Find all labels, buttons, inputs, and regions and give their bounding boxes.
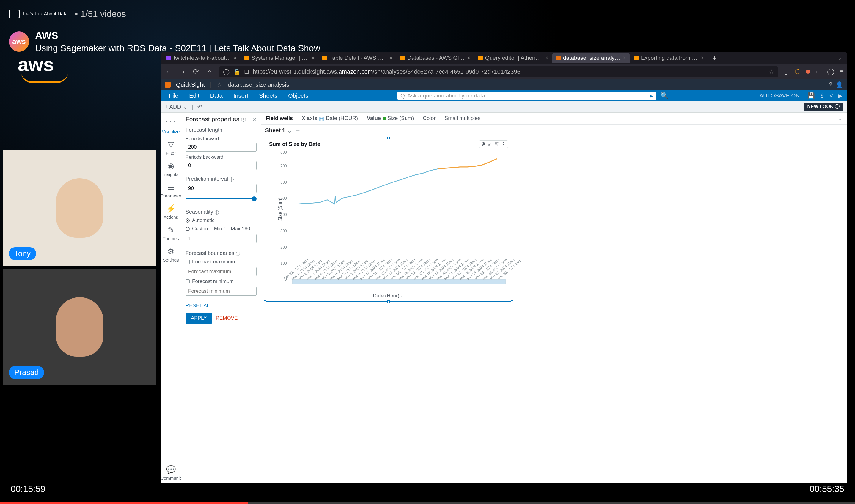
x-axis-label[interactable]: Date (Hour)⌄ [266,293,512,299]
forward-button[interactable]: → [178,68,187,76]
rail-settings[interactable]: ⚙Settings [161,245,181,265]
menu-insert[interactable]: Insert [229,92,253,99]
menu-file[interactable]: File [164,92,183,99]
rail-insights[interactable]: ◉Insights [161,159,181,179]
favorite-star-icon[interactable]: ☆ [217,81,222,88]
video-progress-track[interactable] [0,502,855,504]
downloads-icon[interactable]: ⭳ [783,68,789,75]
export-visual-icon[interactable]: ⇱ [494,141,499,147]
info-icon[interactable]: i [241,117,246,122]
rail-community[interactable]: 💬Community [161,463,181,483]
browser-tab[interactable]: Systems Manager | eu-west-1× [241,53,318,63]
menu-objects[interactable]: Objects [283,92,313,99]
quicksight-brand[interactable]: QuickSight [176,82,205,88]
forecast-max-checkbox[interactable]: Forecast maximum [185,259,256,265]
present-icon[interactable]: ▶| [838,92,844,99]
container-indicator-icon[interactable] [806,70,810,74]
export-icon[interactable]: ⇪ [820,92,825,99]
channel-avatar[interactable]: aws [9,32,29,52]
resize-handle[interactable] [387,137,390,139]
rail-visualize[interactable]: ⫿⫿⫿Visualize [161,116,181,137]
apply-button[interactable]: APPLY [185,313,212,324]
share-icon[interactable]: < [830,92,833,99]
sheet-tab[interactable]: Sheet 1 ⌄ [265,127,292,134]
bookmark-star-icon[interactable]: ☆ [769,68,774,75]
close-icon[interactable]: × [389,55,392,61]
menu-edit[interactable]: Edit [184,92,204,99]
resize-handle[interactable] [264,137,266,139]
browser-tab[interactable]: Databases - AWS Glue Console× [396,53,474,63]
help-icon[interactable]: ? [829,81,832,88]
url-bar[interactable]: ◯ 🔒 ⊟ https://eu-west-1.quicksight.aws.a… [219,66,778,77]
sidebar-icon[interactable]: ▭ [816,68,822,75]
back-button[interactable]: ← [164,68,173,76]
q-search-input[interactable]: Q Ask a question about your data ▸ [397,92,656,100]
rail-actions[interactable]: ⚡Actions [161,202,181,222]
home-button[interactable]: ⌂ [205,68,214,76]
rail-filter[interactable]: ▽Filter [161,138,181,158]
add-sheet-button[interactable]: + [296,127,300,134]
chart-title[interactable]: Sum of Size by Date [269,141,320,147]
menu-sheets[interactable]: Sheets [254,92,282,99]
field-wells-bar[interactable]: Field wells X axis ▦ Date (HOUR) Value S… [261,113,847,125]
resize-handle[interactable] [264,301,266,303]
resize-handle[interactable] [511,219,513,221]
extension-icon[interactable]: ⬡ [795,68,801,75]
resize-handle[interactable] [511,301,513,303]
close-panel-button[interactable]: × [253,115,256,123]
rail-themes[interactable]: ✎Themes [161,223,181,244]
canvas-area[interactable]: Field wells X axis ▦ Date (HOUR) Value S… [261,113,847,483]
resize-handle[interactable] [511,137,513,139]
browser-tab[interactable]: Exporting data from an RDS fo× [630,53,708,63]
xaxis-well[interactable]: X axis ▦ Date (HOUR) [302,115,358,122]
close-icon[interactable]: × [623,55,626,61]
quicksight-logo-icon[interactable] [165,82,171,88]
rail-parameters[interactable]: ⚌Parameters [161,180,181,201]
close-icon[interactable]: × [311,55,315,61]
close-icon[interactable]: × [545,55,548,61]
info-icon[interactable]: i [215,211,219,215]
prediction-interval-slider[interactable] [185,196,256,202]
resize-handle[interactable] [264,219,266,221]
analysis-name[interactable]: database_size analysis [228,82,289,88]
info-icon[interactable]: i [236,252,240,256]
info-icon[interactable]: i [230,177,234,182]
reload-button[interactable]: ⟳ [192,68,200,76]
line-chart-visual[interactable]: Sum of Size by Date ⚗ ⤢ ⇱ ⋮ Size (Sum) [265,138,512,302]
filter-applied-icon[interactable]: ⚗ [481,141,485,147]
app-menu-icon[interactable]: ≡ [840,68,844,75]
seasonality-custom-radio[interactable]: Custom - Min:1 - Max:180 [185,226,256,232]
save-icon[interactable]: 💾 [807,92,815,99]
magnifier-icon[interactable]: 🔍 [660,92,668,100]
new-look-badge[interactable]: NEW LOOK ⓘ [804,103,843,111]
seasonality-automatic-radio[interactable]: Automatic [185,217,256,223]
maximize-icon[interactable]: ⤢ [488,141,492,147]
forecast-min-input[interactable] [185,287,256,296]
account-icon[interactable]: ◯ [827,68,835,75]
browser-tab[interactable]: Table Detail - AWS Glue Cons× [319,53,396,63]
playlist-title[interactable]: Let's Talk About Data [23,11,68,17]
submit-icon[interactable]: ▸ [650,92,653,99]
forecast-min-checkbox[interactable]: Forecast minimum [185,278,256,284]
expand-wells-icon[interactable]: ⌄ [838,115,842,122]
reset-all-link[interactable]: RESET ALL [185,303,256,309]
all-tabs-button[interactable]: ⌄ [835,55,845,61]
browser-tab-active[interactable]: database_size analysis× [552,53,630,63]
user-icon[interactable]: 👤 [836,81,843,88]
browser-tab[interactable]: Query editor | Athena | eu-we× [475,53,552,63]
periods-forward-input[interactable] [185,143,256,151]
small-multiples-well[interactable]: Small multiples [444,115,480,122]
menu-data[interactable]: Data [206,92,228,99]
close-icon[interactable]: × [467,55,470,61]
close-icon[interactable]: × [233,55,237,61]
prediction-interval-input[interactable] [185,184,256,193]
periods-backward-input[interactable] [185,161,256,170]
browser-tab[interactable]: twitch-lets-talk-about-data× [163,53,240,63]
add-button[interactable]: + ADD ⌄ | ↶ [165,103,202,110]
remove-button[interactable]: REMOVE [216,313,238,324]
autosave-toggle[interactable]: AUTOSAVE ON [760,92,800,99]
color-well[interactable]: Color [423,115,435,122]
channel-name-link[interactable]: AWS [35,30,320,41]
undo-icon[interactable]: ↶ [197,103,202,110]
new-tab-button[interactable]: + [708,54,721,63]
